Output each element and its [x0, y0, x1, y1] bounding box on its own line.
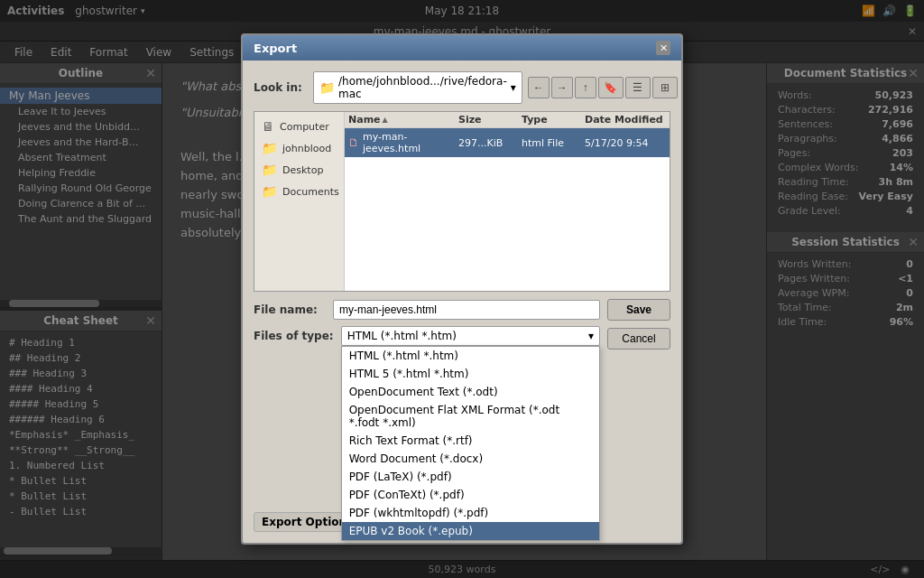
dialog-body: Look in: 📁 /home/johnblood.../rive/fedor… [243, 61, 681, 543]
save-button[interactable]: Save [607, 299, 670, 321]
export-dialog: Export ✕ Look in: 📁 /home/johnblood.../r… [241, 33, 683, 545]
filetype-option-0[interactable]: HTML (*.html *.htm) [342, 347, 599, 365]
view-list-button[interactable]: ☰ [625, 77, 651, 98]
col-type-header[interactable]: Type [522, 114, 585, 126]
bookmark-button[interactable]: 🔖 [598, 77, 624, 98]
lookin-nav-buttons: ← → ↑ 🔖 ☰ ⊞ [528, 77, 678, 98]
dialog-titlebar: Export ✕ [243, 35, 681, 61]
file-size-0: 297...KiB [458, 137, 522, 149]
place-johnblood[interactable]: 📁 johnblood [254, 137, 344, 159]
modal-overlay: Export ✕ Look in: 📁 /home/johnblood.../r… [0, 0, 924, 578]
folder-icon: 📁 [319, 80, 335, 95]
filetype-option-1[interactable]: HTML 5 (*.html *.htm) [342, 365, 599, 383]
lookin-path-text: /home/johnblood.../rive/fedora-mac [338, 75, 507, 100]
place-desktop-label: Desktop [282, 164, 323, 176]
file-name-0: 🗋 my-man-jeeves.html [348, 131, 458, 154]
html-file-icon: 🗋 [348, 136, 359, 149]
places-panel: 🖥 Computer 📁 johnblood 📁 Desktop 📁 Docum… [254, 112, 345, 291]
file-browser: 🖥 Computer 📁 johnblood 📁 Desktop 📁 Docum… [254, 111, 670, 292]
place-documents[interactable]: 📁 Documents [254, 181, 344, 202]
filetype-option-6[interactable]: PDF (LaTeX) (*.pdf) [342, 468, 599, 486]
file-row-0[interactable]: 🗋 my-man-jeeves.html 297...KiB html File… [345, 128, 670, 157]
sort-arrow-icon: ▲ [383, 116, 388, 124]
lookin-dropdown-icon: ▾ [511, 81, 516, 94]
file-type-0: html File [522, 137, 585, 149]
computer-icon: 🖥 [262, 119, 274, 134]
filetype-option-8[interactable]: PDF (wkhtmltopdf) (*.pdf) [342, 504, 599, 522]
filetype-option-5[interactable]: Word Document (*.docx) [342, 450, 599, 468]
filename-label: File name: [254, 303, 326, 316]
lookin-label: Look in: [254, 81, 308, 94]
col-size-header[interactable]: Size [458, 114, 522, 126]
filetype-dropdown-arrow-icon: ▾ [588, 330, 594, 342]
documents-folder-icon: 📁 [262, 184, 277, 199]
lookin-path-display[interactable]: 📁 /home/johnblood.../rive/fedora-mac ▾ [313, 71, 522, 104]
file-list-header: Name ▲ Size Type Date Modified [345, 112, 670, 128]
filetype-option-7[interactable]: PDF (ConTeXt) (*.pdf) [342, 486, 599, 504]
col-date-header[interactable]: Date Modified [585, 114, 666, 126]
desktop-folder-icon: 📁 [262, 163, 277, 177]
place-computer-label: Computer [280, 121, 329, 133]
filetype-row: Files of type: HTML (*.html *.htm) ▾ HTM… [254, 326, 670, 350]
file-list[interactable]: 🗋 my-man-jeeves.html 297...KiB html File… [345, 128, 670, 291]
place-computer[interactable]: 🖥 Computer [254, 116, 344, 137]
dialog-title: Export [254, 42, 297, 55]
nav-back-button[interactable]: ← [528, 77, 550, 98]
cancel-button[interactable]: Cancel [607, 328, 670, 350]
filetype-label: Files of type: [254, 326, 334, 342]
nav-up-button[interactable]: ↑ [575, 77, 596, 98]
filetype-dropdown: HTML (*.html *.htm) HTML 5 (*.html *.htm… [341, 346, 600, 541]
lookin-row: Look in: 📁 /home/johnblood.../rive/fedor… [254, 71, 670, 104]
nav-forward-button[interactable]: → [551, 77, 573, 98]
filetype-select[interactable]: HTML (*.html *.htm) ▾ [341, 326, 600, 346]
filetype-selected-label: HTML (*.html *.htm) [347, 330, 457, 342]
col-name-header[interactable]: Name ▲ [348, 114, 458, 126]
file-list-area: Name ▲ Size Type Date Modified 🗋 my-man-… [345, 112, 670, 291]
file-date-0: 5/17/20 9:54 [585, 137, 666, 149]
place-documents-label: Documents [282, 186, 339, 198]
place-desktop[interactable]: 📁 Desktop [254, 159, 344, 181]
view-grid-button[interactable]: ⊞ [652, 77, 678, 98]
filetype-option-9[interactable]: EPUB v2 Book (*.epub) [342, 522, 599, 540]
filename-input[interactable] [333, 300, 600, 320]
filetype-option-3[interactable]: OpenDocument Flat XML Format (*.odt *.fo… [342, 401, 599, 432]
filetype-option-4[interactable]: Rich Text Format (*.rtf) [342, 432, 599, 450]
filetype-option-2[interactable]: OpenDocument Text (*.odt) [342, 383, 599, 401]
filetype-select-wrapper: HTML (*.html *.htm) ▾ HTML (*.html *.htm… [341, 326, 600, 346]
home-folder-icon: 📁 [262, 141, 277, 155]
place-johnblood-label: johnblood [282, 143, 331, 154]
dialog-close-button[interactable]: ✕ [656, 41, 670, 55]
filename-row: File name: Save [254, 299, 670, 321]
